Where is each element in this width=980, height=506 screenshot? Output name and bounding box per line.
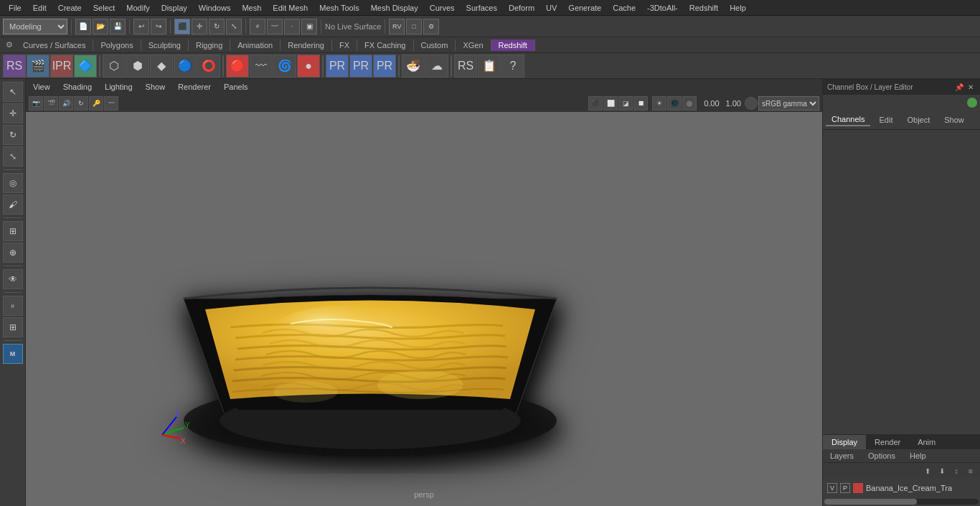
paint-tool[interactable]: 🖌 (3, 195, 23, 215)
color-space-dropdown[interactable]: sRGB gamma (758, 96, 819, 111)
scroll-thumb[interactable] (824, 499, 917, 505)
layer-sort-btn[interactable]: ↕ (950, 464, 963, 477)
select-tool[interactable]: ↖ (3, 82, 23, 102)
layer-scrollbar[interactable] (823, 497, 980, 506)
vp-audio-btn[interactable]: 🔊 (59, 96, 73, 111)
new-scene-btn[interactable]: 📄 (75, 19, 91, 34)
shelf-tab-polygons[interactable]: Polygons (93, 39, 141, 51)
vp-gamma-icon[interactable] (745, 97, 758, 110)
shelf-tab-custom[interactable]: Custom (414, 39, 456, 51)
shelf-tab-fx[interactable]: FX (332, 39, 357, 51)
shelf-icon-20[interactable]: 📋 (478, 55, 501, 78)
viewport-menu-lighting[interactable]: Lighting (100, 81, 137, 93)
menu-select[interactable]: Select (88, 2, 121, 14)
shelf-tab-sculpting[interactable]: Sculpting (141, 39, 189, 51)
snap-surface-btn[interactable]: ▣ (301, 19, 317, 34)
vp-wire-btn[interactable]: ⬛ (588, 96, 603, 111)
shelf-icon-14[interactable]: PR (326, 55, 349, 78)
vp-cycle-btn[interactable]: ↻ (74, 96, 88, 111)
render-opts-btn[interactable]: ⚙ (423, 19, 439, 34)
viewport-menu-panels[interactable]: Panels (220, 81, 253, 93)
scale-tool[interactable]: ⤡ (3, 146, 23, 167)
vp-camera-btn[interactable]: 📷 (29, 96, 43, 111)
shelf-icon-7[interactable]: ◆ (150, 55, 173, 78)
shelf-icon-16[interactable]: PR (373, 55, 396, 78)
open-btn[interactable]: 📂 (93, 19, 108, 34)
panel-lock-icon[interactable]: 📌 (954, 82, 964, 92)
shelf-tab-rendering[interactable]: Rendering (281, 39, 332, 51)
menu-mesh-display[interactable]: Mesh Display (365, 2, 424, 14)
layer-tab-render[interactable]: Render (866, 435, 909, 449)
move-tool[interactable]: ✛ (3, 103, 23, 123)
vp-shadow-btn[interactable]: 🌑 (667, 96, 682, 111)
shelf-icon-19[interactable]: RS (454, 55, 477, 78)
viewport-menu-shading[interactable]: Shading (59, 81, 96, 93)
undo-btn[interactable]: ↩ (133, 19, 149, 34)
shelf-icon-13[interactable]: ● (297, 55, 320, 78)
layer-remove-btn[interactable]: ⬇ (936, 464, 948, 477)
cb-tab-channels[interactable]: Channels (826, 113, 870, 126)
menu-create[interactable]: Create (52, 2, 88, 14)
shelf-icon-4[interactable]: 🔷 (74, 55, 97, 78)
shelf-tab-animation[interactable]: Animation (230, 39, 281, 51)
menu-uv[interactable]: UV (540, 2, 562, 14)
cb-tab-show[interactable]: Show (938, 114, 970, 126)
grid-toggle[interactable]: # (3, 296, 23, 316)
render-view-btn[interactable]: RV (389, 19, 405, 34)
shelf-icon-21[interactable]: ? (501, 55, 524, 78)
menu-generate[interactable]: Generate (562, 2, 607, 14)
menu-modify[interactable]: Modify (121, 2, 155, 14)
layer-add-btn[interactable]: ⬆ (921, 464, 934, 477)
save-btn[interactable]: 💾 (110, 19, 126, 34)
cb-tab-object[interactable]: Object (901, 114, 936, 126)
cb-tab-edit[interactable]: Edit (873, 114, 898, 126)
snap-together[interactable]: ⊕ (3, 243, 23, 263)
menu-deform[interactable]: Deform (503, 2, 540, 14)
shelf-tab-fx-caching[interactable]: FX Caching (357, 39, 413, 51)
shelf-icon-1[interactable]: RS (3, 55, 26, 78)
snap-point-btn[interactable]: · (284, 19, 300, 34)
menu-edit-mesh[interactable]: Edit Mesh (267, 2, 314, 14)
menu-windows[interactable]: Windows (193, 2, 237, 14)
vp-key-btn[interactable]: 🔑 (89, 96, 103, 111)
shelf-icon-15[interactable]: PR (349, 55, 372, 78)
vp-ao-btn[interactable]: ◎ (682, 96, 697, 111)
shelf-tab-curves-surfaces[interactable]: Curves / Surfaces (16, 39, 93, 51)
menu-3dto-all[interactable]: -3DtoAll- (641, 2, 684, 14)
shelf-icon-17[interactable]: 🍜 (402, 55, 425, 78)
rotate-tool[interactable]: ↻ (3, 125, 23, 145)
shelf-icon-11[interactable]: 〰 (250, 55, 273, 78)
show-manip[interactable]: ⊞ (3, 221, 23, 241)
shelf-icon-18[interactable]: ☁ (425, 55, 448, 78)
layer-options-btn[interactable]: ≡ (964, 464, 977, 477)
vp-curves-btn[interactable]: 〰 (104, 96, 118, 111)
menu-edit[interactable]: Edit (27, 2, 52, 14)
layer-tab-display[interactable]: Display (823, 435, 866, 449)
layer-visible-toggle[interactable]: V (827, 483, 837, 493)
shelf-icon-6[interactable]: ⬢ (126, 55, 149, 78)
viewport-menu-show[interactable]: Show (141, 81, 170, 93)
shelf-tab-xgen[interactable]: XGen (456, 39, 491, 51)
menu-curves[interactable]: Curves (424, 2, 461, 14)
layer-menu-help[interactable]: Help (903, 449, 933, 462)
shelf-tab-redshift[interactable]: Redshift (491, 39, 535, 51)
channel-color-swatch[interactable] (967, 98, 977, 108)
shelf-icon-3[interactable]: IPR (50, 55, 73, 78)
vp-tex-btn[interactable]: 🔲 (633, 96, 648, 111)
menu-surfaces[interactable]: Surfaces (461, 2, 503, 14)
vp-film-btn[interactable]: 🎬 (44, 96, 58, 111)
shelf-gear-icon[interactable]: ⚙ (3, 39, 16, 52)
vp-shade-btn[interactable]: ⬜ (603, 96, 618, 111)
layer-tab-anim[interactable]: Anim (909, 435, 944, 449)
shelf-icon-10[interactable]: 🔴 (226, 55, 249, 78)
snap-curve-btn[interactable]: 〰 (267, 19, 283, 34)
shelf-tab-rigging[interactable]: Rigging (189, 39, 230, 51)
menu-display[interactable]: Display (156, 2, 193, 14)
vp-light-btn[interactable]: ☀ (652, 96, 666, 111)
canvas-area[interactable]: Y Z X persp (26, 112, 822, 506)
menu-help[interactable]: Help (724, 2, 752, 14)
layer-menu-options[interactable]: Options (861, 449, 903, 462)
layer-color-swatch[interactable] (853, 483, 863, 493)
scale-tool-btn[interactable]: ⤡ (226, 19, 242, 34)
layer-menu-layers[interactable]: Layers (823, 449, 861, 462)
